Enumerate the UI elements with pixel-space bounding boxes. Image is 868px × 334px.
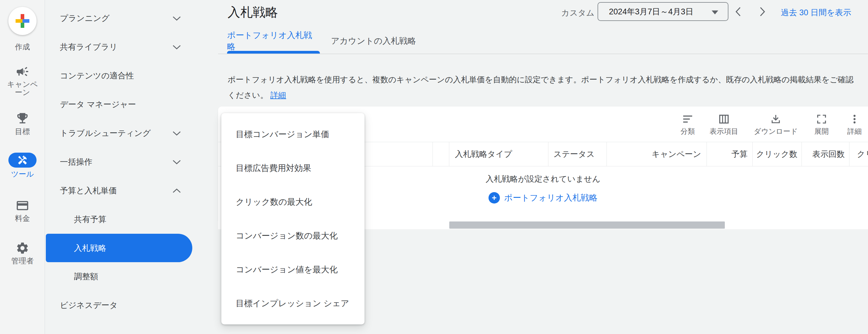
tools-selected-pill[interactable] xyxy=(8,153,36,168)
google-ads-page: 作成 キャンペーン 目標 ツール 料金 xyxy=(0,0,868,334)
sidenav-item-content-suitability[interactable]: コンテンツの適合性 xyxy=(45,61,218,90)
tool-label: 展開 xyxy=(814,127,829,136)
learn-more-link[interactable]: 詳細 xyxy=(270,91,286,100)
tool-label: 表示項目 xyxy=(710,127,738,136)
sidenav-item-shared-library[interactable]: 共有ライブラリ xyxy=(45,33,218,61)
rail-label-create: 作成 xyxy=(0,43,45,51)
rail-label-tools: ツール xyxy=(0,170,45,178)
sidenav-label: ビジネスデータ xyxy=(60,300,118,311)
sidenav-label: データ マネージャー xyxy=(60,99,136,110)
sidenav-item-budgets-bidding[interactable]: 予算と入札単価 xyxy=(45,176,218,205)
more-vert-icon xyxy=(849,114,860,124)
tools-icon xyxy=(18,155,28,165)
columns-icon xyxy=(718,114,729,124)
column-header-campaigns[interactable]: キャンペーン xyxy=(607,142,707,166)
tool-label: 分類 xyxy=(681,127,695,136)
chevron-down-icon xyxy=(172,16,181,21)
tab-account-bid-strategies[interactable]: アカウントの入札戦略 xyxy=(331,29,416,53)
rail-label-goals: 目標 xyxy=(0,128,45,136)
tab-bar-divider xyxy=(218,54,868,54)
rail-label-campaigns: キャンペーン xyxy=(0,80,45,96)
gear-icon xyxy=(16,241,29,255)
column-header-ctr-clipped[interactable]: クリ xyxy=(849,142,868,166)
active-tab-underline xyxy=(227,51,320,54)
google-plus-icon xyxy=(16,14,29,28)
chevron-up-icon xyxy=(172,188,181,193)
rail-label-billing: 料金 xyxy=(0,214,45,222)
chevron-down-icon xyxy=(172,44,181,50)
sidenav-label: 共有予算 xyxy=(74,214,106,225)
expand-icon xyxy=(816,114,827,124)
segment-icon xyxy=(682,114,693,124)
rail-label-admin: 管理者 xyxy=(0,257,45,265)
column-header-budget[interactable]: 予算 xyxy=(707,142,752,166)
sidenav-label: 共有ライブラリ xyxy=(60,42,117,53)
empty-state-message: 入札戦略が設定されていません xyxy=(486,174,600,185)
sidenav-label: プランニング xyxy=(60,13,110,24)
more-button[interactable]: 詳細 xyxy=(829,114,868,136)
sidenav-label: 一括操作 xyxy=(60,157,92,167)
chevron-left-icon[interactable] xyxy=(734,6,743,18)
menu-item-target-roas[interactable]: 目標広告費用対効果 xyxy=(221,151,365,185)
table-header-spacer xyxy=(433,142,449,166)
chevron-right-icon[interactable] xyxy=(758,6,767,18)
description-text: ポートフォリオ入札戦略を使用すると、複数のキャンペーンの入札単価を自動的に設定で… xyxy=(228,75,854,100)
sidenav-item-bulk-actions[interactable]: 一括操作 xyxy=(45,147,218,176)
rail-item-goals[interactable]: 目標 xyxy=(0,111,45,136)
menu-item-target-impression-share[interactable]: 目標インプレッション シェア xyxy=(221,287,365,320)
column-header-status[interactable]: ステータス xyxy=(548,142,607,166)
page-description: ポートフォリオ入札戦略を使用すると、複数のキャンペーンの入札単価を自動的に設定で… xyxy=(228,72,861,103)
sidenav-label: コンテンツの適合性 xyxy=(60,70,134,81)
sidenav-label: 予算と入札単価 xyxy=(60,185,117,196)
download-icon xyxy=(770,114,781,124)
date-range-picker[interactable]: 2024年3月7日～4月3日 xyxy=(597,2,728,21)
bid-strategy-type-menu: 目標コンバージョン単価 目標広告費用対効果 クリック数の最大化 コンバージョン数… xyxy=(221,113,365,325)
main-content: 入札戦略 カスタム 2024年3月7日～4月3日 過去 30 日間を表示 ポート… xyxy=(218,0,868,334)
menu-item-maximize-conversions[interactable]: コンバージョン数の最大化 xyxy=(221,219,365,253)
chevron-down-icon xyxy=(172,160,181,165)
secondary-nav: プランニング 共有ライブラリ コンテンツの適合性 データ マネージャー トラブル… xyxy=(45,0,218,334)
column-header-strategy-type[interactable]: 入札戦略タイプ xyxy=(449,142,548,166)
date-mode-label: カスタム xyxy=(561,7,594,18)
sidenav-item-data-manager[interactable]: データ マネージャー xyxy=(45,90,218,119)
sidenav-item-adjustments[interactable]: 調整額 xyxy=(45,262,218,291)
chevron-down-icon xyxy=(172,131,181,136)
horizontal-scrollbar-thumb[interactable] xyxy=(449,222,725,229)
tool-label: ダウンロード xyxy=(754,127,798,136)
show-last-30-days-link[interactable]: 過去 30 日間を表示 xyxy=(781,7,851,18)
dropdown-caret-icon xyxy=(712,10,718,14)
sidenav-item-shared-budgets[interactable]: 共有予算 xyxy=(45,205,218,234)
download-button[interactable]: ダウンロード xyxy=(750,114,801,136)
columns-button[interactable]: 表示項目 xyxy=(699,114,749,136)
menu-item-maximize-conversion-value[interactable]: コンバージョン値を最大化 xyxy=(221,253,365,287)
sidenav-item-troubleshooting[interactable]: トラブルシューティング xyxy=(45,119,218,147)
plus-circle-icon xyxy=(489,192,500,203)
sidenav-item-planning[interactable]: プランニング xyxy=(45,4,218,33)
rail-item-admin[interactable]: 管理者 xyxy=(0,241,45,265)
rail-item-tools[interactable]: ツール xyxy=(0,153,45,178)
sidenav-item-bid-strategies[interactable]: 入札戦略 xyxy=(46,234,192,262)
rail-item-campaigns[interactable]: キャンペーン xyxy=(0,65,45,96)
tab-portfolio-bid-strategies[interactable]: ポートフォリオ入札戦略 xyxy=(227,29,320,53)
sidenav-label: 入札戦略 xyxy=(74,243,106,254)
sidenav-label: 調整額 xyxy=(74,271,98,282)
date-range-value: 2024年3月7日～4月3日 xyxy=(609,6,693,17)
menu-item-target-cpa[interactable]: 目標コンバージョン単価 xyxy=(221,117,365,151)
column-header-impressions[interactable]: 表示回数 xyxy=(802,142,849,166)
rail-item-create[interactable]: 作成 xyxy=(0,7,45,51)
trophy-icon xyxy=(16,111,29,125)
menu-item-maximize-clicks[interactable]: クリック数の最大化 xyxy=(221,185,365,219)
page-title: 入札戦略 xyxy=(228,4,278,21)
tool-label: 詳細 xyxy=(847,127,862,136)
credit-card-icon xyxy=(16,199,29,212)
sidenav-item-business-data[interactable]: ビジネスデータ xyxy=(45,291,218,320)
left-rail: 作成 キャンペーン 目標 ツール 料金 xyxy=(0,0,45,334)
column-header-clicks[interactable]: クリック数 xyxy=(752,142,802,166)
rail-item-billing[interactable]: 料金 xyxy=(0,199,45,222)
megaphone-icon xyxy=(16,65,29,78)
add-portfolio-bid-strategy-button[interactable]: ポートフォリオ入札戦略 xyxy=(489,192,597,203)
create-button[interactable] xyxy=(8,7,36,35)
add-portfolio-bid-strategy-label: ポートフォリオ入札戦略 xyxy=(504,192,597,203)
sidenav-label: トラブルシューティング xyxy=(60,128,151,139)
